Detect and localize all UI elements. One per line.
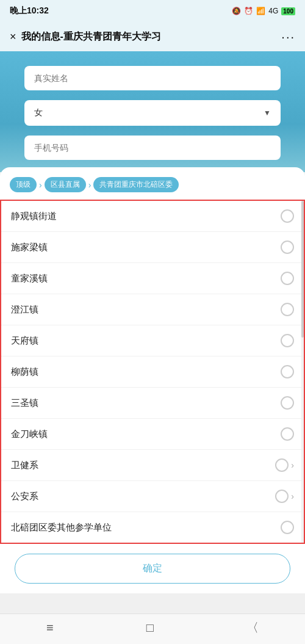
list-item[interactable]: 卫健系›: [1, 450, 304, 481]
breadcrumb-item-1[interactable]: 区县直属: [45, 177, 86, 192]
network-label: 4G: [268, 7, 278, 15]
status-time: 晚上10:32: [10, 5, 49, 16]
notification-icon: 🔕: [232, 7, 241, 15]
list-item-right: [281, 209, 294, 223]
menu-nav-icon[interactable]: ≡: [46, 621, 54, 635]
list-item-label: 澄江镇: [11, 304, 281, 316]
list-item-label: 静观镇街道: [11, 211, 281, 222]
name-input[interactable]: [24, 66, 281, 90]
list-item[interactable]: 金刀峡镇: [1, 419, 304, 450]
radio-button[interactable]: [281, 365, 294, 378]
gender-select[interactable]: 女 ▼: [24, 100, 281, 126]
list-item-label: 卫健系: [11, 460, 275, 471]
list-item-label: 施家梁镇: [11, 242, 281, 253]
select-arrow-icon: ▼: [264, 109, 271, 117]
list-item-right: [281, 334, 294, 347]
title-left: × 我的信息-重庆共青团青年大学习: [10, 31, 161, 43]
list-item[interactable]: 施家梁镇: [1, 232, 304, 263]
list-item-label: 三圣镇: [11, 397, 281, 409]
chevron-right-icon: ›: [291, 460, 294, 470]
phone-input[interactable]: [24, 136, 281, 160]
radio-button[interactable]: [281, 396, 294, 410]
list-item-label: 童家溪镇: [11, 273, 281, 284]
list-item[interactable]: 童家溪镇: [1, 263, 304, 294]
alarm-icon: ⏰: [244, 7, 253, 15]
title-bar: × 我的信息-重庆共青团青年大学习 ···: [0, 22, 305, 51]
list-item-label: 柳荫镇: [11, 366, 281, 378]
breadcrumb-item-2[interactable]: 共青团重庆市北碚区委: [93, 177, 179, 192]
list-item-right: [281, 241, 294, 254]
bottom-panel: 顶级 › 区县直属 › 共青团重庆市北碚区委 静观镇街道施家梁镇童家溪镇澄江镇天…: [0, 167, 305, 593]
list-item[interactable]: 静观镇街道: [1, 201, 304, 232]
radio-button[interactable]: [281, 209, 294, 223]
list-container: 静观镇街道施家梁镇童家溪镇澄江镇天府镇柳荫镇三圣镇金刀峡镇卫健系›公安系›北碚团…: [0, 200, 305, 544]
list-item-right: [281, 521, 294, 534]
list-item-right: [281, 365, 294, 378]
list-item[interactable]: 澄江镇: [1, 294, 304, 325]
confirm-button-wrap: 确定: [0, 544, 305, 593]
breadcrumb-arrow-1: ›: [88, 180, 92, 190]
list-item[interactable]: 天府镇: [1, 325, 304, 356]
form-area: 女 ▼: [0, 51, 305, 172]
breadcrumb-item-0[interactable]: 顶级: [10, 177, 37, 192]
list-item-label: 金刀峡镇: [11, 429, 281, 440]
radio-button[interactable]: [281, 334, 294, 347]
gender-value: 女: [34, 107, 43, 118]
status-bar: 晚上10:32 🔕 ⏰ 📶 4G 100: [0, 0, 305, 22]
list-item-right: [281, 272, 294, 285]
radio-button[interactable]: [281, 272, 294, 285]
signal-icon: 📶: [256, 7, 265, 15]
list-item-right: ›: [275, 490, 294, 503]
radio-button[interactable]: [281, 303, 294, 316]
chevron-right-icon: ›: [291, 491, 294, 501]
breadcrumb: 顶级 › 区县直属 › 共青团重庆市北碚区委: [0, 177, 305, 200]
bottom-nav: ≡ □ 〈: [0, 613, 305, 644]
list-item-right: [281, 303, 294, 316]
list-item[interactable]: 三圣镇: [1, 388, 304, 419]
confirm-button[interactable]: 确定: [15, 554, 290, 584]
battery-icon: 100: [281, 7, 295, 15]
radio-button[interactable]: [281, 521, 294, 534]
list-item-right: [281, 427, 294, 441]
close-button[interactable]: ×: [10, 31, 16, 43]
list-item[interactable]: 北碚团区委其他参学单位: [1, 512, 304, 543]
home-nav-icon[interactable]: □: [146, 621, 154, 635]
radio-button[interactable]: [281, 241, 294, 254]
list-item-label: 天府镇: [11, 335, 281, 347]
list-items: 静观镇街道施家梁镇童家溪镇澄江镇天府镇柳荫镇三圣镇金刀峡镇卫健系›公安系›北碚团…: [1, 201, 304, 543]
page-title: 我的信息-重庆共青团青年大学习: [21, 31, 161, 43]
radio-button[interactable]: [275, 458, 289, 472]
list-item-label: 北碚团区委其他参学单位: [11, 522, 281, 534]
list-item[interactable]: 公安系›: [1, 481, 304, 512]
more-button[interactable]: ···: [281, 30, 295, 44]
back-nav-icon[interactable]: 〈: [246, 620, 259, 636]
list-item[interactable]: 柳荫镇: [1, 356, 304, 388]
status-icons: 🔕 ⏰ 📶 4G 100: [232, 7, 295, 15]
scroll-track: [301, 201, 304, 543]
radio-button[interactable]: [281, 427, 294, 441]
breadcrumb-arrow-0: ›: [39, 180, 42, 190]
list-item-label: 公安系: [11, 491, 275, 502]
list-item-right: [281, 396, 294, 410]
radio-button[interactable]: [275, 490, 289, 503]
list-item-right: ›: [275, 458, 294, 472]
scroll-thumb[interactable]: [301, 201, 304, 338]
